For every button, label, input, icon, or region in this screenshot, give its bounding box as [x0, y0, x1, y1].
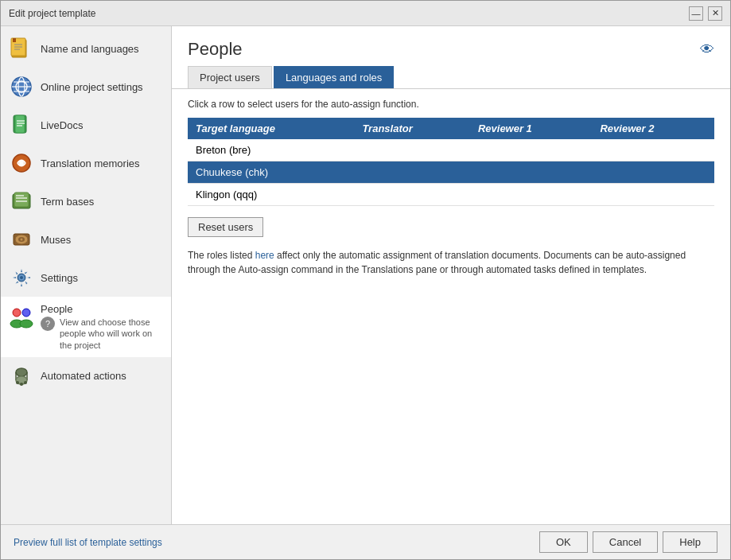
- help-button[interactable]: Help: [663, 531, 717, 553]
- svg-point-42: [16, 381, 19, 384]
- svg-point-19: [19, 161, 24, 165]
- sidebar-label-people: People: [41, 303, 163, 315]
- translation-memories-icon: [9, 150, 34, 176]
- table-row[interactable]: Breton (bre): [188, 139, 714, 161]
- settings-icon: [9, 265, 34, 290]
- muses-content: Muses: [41, 234, 71, 246]
- people-icon: [9, 305, 34, 330]
- sidebar-label-term-bases: Term bases: [41, 196, 94, 208]
- cell-lang: Chuukese (chk): [188, 161, 354, 184]
- col-reviewer2: Reviewer 2: [592, 118, 714, 139]
- main-body: Click a row to select users for the auto…: [172, 89, 730, 524]
- sidebar-label-translation-memories: Translation memories: [41, 158, 140, 169]
- svg-point-36: [14, 309, 20, 316]
- cell-reviewer2: [592, 184, 714, 206]
- table-body: Breton (bre)Chuukese (chk)Klingon (qqq): [188, 139, 714, 206]
- window-body: Name and languages Online projec: [1, 26, 730, 524]
- main-title: People: [188, 39, 243, 60]
- window-title: Edit project template: [9, 8, 95, 19]
- cell-reviewer1: [470, 161, 593, 184]
- bottom-bar: Preview full list of template settings O…: [1, 524, 730, 559]
- sidebar: Name and languages Online projec: [1, 26, 172, 524]
- info-text-link[interactable]: here: [255, 250, 274, 261]
- main-header: People 👁: [172, 26, 730, 66]
- automated-actions-content: Automated actions: [41, 370, 126, 382]
- cancel-button[interactable]: Cancel: [593, 531, 658, 553]
- muses-icon: [9, 227, 34, 252]
- help-circle-icon: ?: [41, 317, 55, 331]
- people-label-content: People ? View and choose those people wh…: [41, 303, 163, 351]
- tab-languages-and-roles[interactable]: Languages and roles: [274, 66, 394, 88]
- people-description: View and choose those people who will wo…: [60, 317, 163, 351]
- automated-actions-icon: [9, 364, 34, 389]
- svg-rect-3: [13, 38, 16, 42]
- sidebar-label-online-project: Online project settings: [41, 81, 143, 93]
- sidebar-item-settings[interactable]: Settings: [1, 259, 171, 297]
- cell-reviewer1: [470, 184, 593, 206]
- title-bar-controls: — ✕: [689, 6, 722, 21]
- cell-reviewer2: [592, 161, 714, 184]
- languages-table: Target language Translator Reviewer 1 Re…: [188, 118, 714, 206]
- sidebar-label-automated-actions: Automated actions: [41, 370, 126, 382]
- info-text: The roles listed here affect only the au…: [188, 248, 714, 277]
- instruction-text: Click a row to select users for the auto…: [188, 99, 714, 110]
- table-header-row: Target language Translator Reviewer 1 Re…: [188, 118, 714, 139]
- main-content-area: People 👁 Project users Languages and rol…: [172, 26, 730, 524]
- svg-point-37: [23, 309, 29, 316]
- eye-icon[interactable]: 👁: [700, 41, 714, 58]
- sidebar-item-name-languages[interactable]: Name and languages: [1, 29, 171, 68]
- svg-point-35: [20, 320, 33, 328]
- cell-translator: [354, 161, 470, 184]
- sidebar-item-people[interactable]: People ? View and choose those people wh…: [1, 297, 171, 357]
- sidebar-item-translation-memories[interactable]: Translation memories: [1, 144, 171, 182]
- people-desc-row: ? View and choose those people who will …: [41, 317, 163, 351]
- tab-project-users[interactable]: Project users: [188, 66, 272, 88]
- svg-rect-21: [14, 192, 29, 207]
- sidebar-item-online-project-settings[interactable]: Online project settings: [1, 68, 171, 106]
- col-target-language: Target language: [188, 118, 354, 139]
- info-text-1: The roles listed: [188, 250, 255, 261]
- cell-lang: Klingon (qqq): [188, 184, 354, 206]
- term-bases-content: Term bases: [41, 196, 94, 208]
- ok-button[interactable]: OK: [539, 531, 588, 553]
- col-reviewer1: Reviewer 1: [470, 118, 593, 139]
- livedocs-content: LiveDocs: [41, 119, 83, 131]
- sidebar-label-livedocs: LiveDocs: [41, 119, 83, 131]
- bottom-buttons: OK Cancel Help: [539, 531, 717, 553]
- svg-point-44: [24, 381, 27, 384]
- svg-point-31: [20, 276, 23, 279]
- col-translator: Translator: [354, 118, 470, 139]
- svg-point-28: [21, 239, 23, 241]
- sidebar-item-muses[interactable]: Muses: [1, 220, 171, 259]
- reset-users-button[interactable]: Reset users: [188, 217, 263, 237]
- close-button[interactable]: ✕: [708, 6, 722, 21]
- sidebar-label-muses: Muses: [41, 234, 71, 246]
- sidebar-item-automated-actions[interactable]: Automated actions: [1, 357, 171, 395]
- svg-rect-14: [15, 115, 25, 133]
- term-bases-icon: [9, 189, 34, 214]
- sidebar-label-name-languages: Name and languages: [41, 43, 139, 55]
- translation-memories-content: Translation memories: [41, 158, 140, 169]
- minimize-button[interactable]: —: [689, 6, 703, 21]
- sidebar-label-settings: Settings: [41, 272, 78, 284]
- cell-reviewer1: [470, 139, 593, 161]
- svg-point-38: [16, 368, 27, 376]
- tabs-bar: Project users Languages and roles: [172, 66, 730, 89]
- online-project-settings-content: Online project settings: [41, 81, 143, 93]
- sidebar-item-livedocs[interactable]: LiveDocs: [1, 106, 171, 144]
- cell-lang: Breton (bre): [188, 139, 354, 161]
- table-row[interactable]: Klingon (qqq): [188, 184, 714, 206]
- cell-translator: [354, 184, 470, 206]
- main-window: Edit project template — ✕: [0, 0, 731, 560]
- table-row[interactable]: Chuukese (chk): [188, 161, 714, 184]
- livedocs-icon: [9, 112, 34, 138]
- sidebar-item-term-bases[interactable]: Term bases: [1, 182, 171, 220]
- cell-translator: [354, 139, 470, 161]
- name-languages-icon: [9, 36, 34, 61]
- title-bar: Edit project template — ✕: [1, 1, 730, 26]
- preview-link[interactable]: Preview full list of template settings: [14, 537, 162, 548]
- svg-point-43: [20, 383, 23, 386]
- settings-content: Settings: [41, 272, 78, 284]
- name-languages-content: Name and languages: [41, 43, 139, 55]
- cell-reviewer2: [592, 139, 714, 161]
